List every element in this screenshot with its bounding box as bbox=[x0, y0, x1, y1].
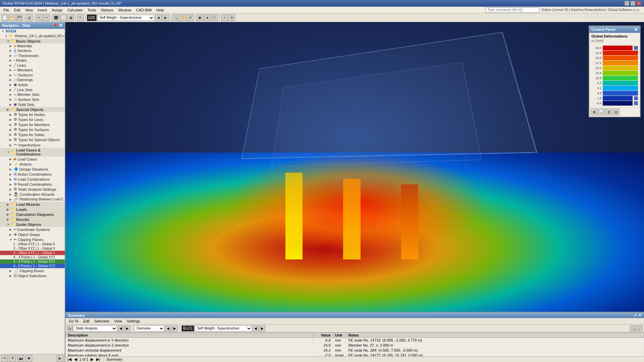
nav-actions[interactable]: ▶ ⚡ Actions bbox=[0, 162, 65, 167]
nav-record-btn[interactable]: ⏺ bbox=[25, 355, 32, 362]
summary-search-btn[interactable]: 🔎 bbox=[637, 325, 643, 331]
render-btn2[interactable]: ◈ bbox=[204, 14, 211, 21]
nav-members[interactable]: ▶ ═ Members bbox=[0, 68, 65, 72]
menu-cad-bim[interactable]: CAD-BIM bbox=[134, 7, 154, 13]
summary-prev-btn[interactable]: ◀ bbox=[118, 325, 124, 331]
summary-menu-goto[interactable]: Go To bbox=[67, 318, 80, 324]
summary-lc-select[interactable]: Self Weight - Superstructure bbox=[195, 325, 252, 331]
cp-chart-btn[interactable]: 📊 bbox=[598, 109, 605, 115]
nav-action-combinations[interactable]: ▶ ⊞ Action Combinations bbox=[0, 172, 65, 177]
nav-camera-btn[interactable]: 📷 bbox=[17, 355, 24, 362]
view-btn-2[interactable]: ⬜ bbox=[60, 14, 67, 21]
menu-file[interactable]: File bbox=[1, 7, 11, 13]
nav-guide-objects-header[interactable]: ▼ 📁 Guide Objects bbox=[0, 222, 65, 227]
menu-options[interactable]: Options bbox=[99, 7, 115, 13]
nav-types-lines[interactable]: ▶ ⚙ Types for Lines bbox=[0, 117, 65, 122]
snap-btn[interactable]: ⊕ bbox=[228, 14, 235, 21]
nav-clipping-plane-6[interactable]: 6 - 3 Points | 1 - Global XYZ bbox=[0, 264, 65, 268]
nav-eye-btn[interactable]: 👁 bbox=[9, 355, 16, 362]
menu-tools[interactable]: Tools bbox=[86, 7, 98, 13]
nav-member-sets[interactable]: ▶ ═ Member Sets bbox=[0, 92, 65, 97]
nav-basic-objects-header[interactable]: ▼ 📁 Basic Objects bbox=[0, 39, 65, 44]
nav-load-combinations[interactable]: ▶ ⊞ Load Combinations bbox=[0, 177, 65, 182]
render-btn[interactable]: ▣ bbox=[197, 14, 203, 21]
nav-types-solids[interactable]: ▶ ⚙ Types for Solids bbox=[0, 132, 65, 137]
summary-menu-view[interactable]: View bbox=[112, 318, 124, 324]
summary-ov-next-btn[interactable]: ▶ bbox=[172, 325, 178, 331]
menu-view[interactable]: View bbox=[23, 7, 35, 13]
menu-calculate[interactable]: Calculate bbox=[65, 7, 85, 13]
lc-next[interactable]: ▶ bbox=[162, 14, 169, 21]
summary-menu-edit[interactable]: Edit bbox=[81, 318, 92, 324]
pan-btn[interactable]: ✋ bbox=[179, 14, 186, 21]
undo-button[interactable]: ↩ bbox=[36, 14, 42, 21]
nav-expand-btn[interactable]: ▶ bbox=[57, 355, 63, 362]
zoom-btn[interactable]: 🔍 bbox=[172, 14, 179, 21]
nav-coordinate-systems[interactable]: ▶ ⌖ Coordinate Systems bbox=[0, 227, 65, 232]
summary-close-btn[interactable]: ✕ bbox=[638, 313, 641, 317]
nav-sections[interactable]: ▶ ╫ Sections bbox=[0, 48, 65, 53]
nav-surfaces[interactable]: ▶ ▭ Surfaces bbox=[0, 72, 65, 77]
menu-window[interactable]: Window bbox=[116, 7, 133, 13]
load-case-select[interactable]: Self Weight - Superstructure bbox=[97, 15, 154, 21]
nav-load-wizards-header[interactable]: ▶ 📁 Load Wizards bbox=[0, 202, 65, 207]
nav-object-selections[interactable]: ▶ ⊡ Object Selections bbox=[0, 273, 65, 278]
maximize-button[interactable]: □ bbox=[631, 1, 635, 6]
cp-settings-btn[interactable]: ⚙ bbox=[591, 109, 597, 115]
menu-help[interactable]: Help bbox=[154, 7, 166, 13]
view-btn-1[interactable]: ⬛ bbox=[53, 14, 59, 21]
nav-clipping-planes[interactable]: ▼ ✂ Clipping Planes bbox=[0, 237, 65, 242]
view-btn-3[interactable]: ▦ bbox=[67, 14, 74, 21]
nav-rfem-root[interactable]: ▼ RFEM bbox=[0, 29, 65, 34]
nav-types-surfaces[interactable]: ▶ ⚙ Types for Surfaces bbox=[0, 127, 65, 132]
nav-clipping-plane-3[interactable]: 3 - Offset XYZ | 1 - Global X bbox=[0, 251, 65, 255]
summary-prev-page-btn[interactable]: ◀ bbox=[73, 357, 78, 362]
nav-types-nodes[interactable]: ▶ ⚙ Types for Nodes bbox=[0, 112, 65, 117]
nav-clipping-plane-5[interactable]: 5 - 3 Points | 1 - Global XYZ bbox=[0, 259, 65, 264]
summary-analysis-select[interactable]: Static Analysis bbox=[73, 325, 117, 331]
nav-imperfections[interactable]: ▶ 〜 Imperfections bbox=[0, 142, 65, 148]
nav-thicknesses[interactable]: ▶ ▭ Thicknesses bbox=[0, 53, 65, 58]
close-button[interactable]: ✕ bbox=[637, 1, 641, 6]
nav-clipping-plane-2[interactable]: 2 - Offset XYZ | 1 - Global X bbox=[0, 246, 65, 251]
nav-lines[interactable]: ▶ ╱ Lines bbox=[0, 63, 65, 68]
nav-line-sets[interactable]: ▶ ╱ Line Sets bbox=[0, 87, 65, 92]
control-panel-close-button[interactable]: ✕ bbox=[634, 27, 638, 32]
menu-assign[interactable]: Assign bbox=[50, 7, 65, 13]
select-btn[interactable]: ↖ bbox=[77, 14, 84, 21]
summary-menu-selection[interactable]: Selection bbox=[92, 318, 111, 324]
nav-solid-sets[interactable]: ▶ ◼ Solid Sets bbox=[0, 102, 65, 107]
nav-project[interactable]: ▼ 📁 Webinar_GA-1_all-updated_NO-resul bbox=[0, 34, 65, 39]
lc-prev[interactable]: ◀ bbox=[155, 14, 162, 21]
nav-object-snaps[interactable]: ▶ ⊕ Object Snaps bbox=[0, 232, 65, 237]
minimize-button[interactable]: ─ bbox=[625, 1, 629, 6]
keyword-search-input[interactable] bbox=[486, 7, 539, 13]
cp-list-btn[interactable]: ☰ bbox=[605, 109, 612, 115]
print-button[interactable]: 🖨 bbox=[26, 14, 33, 21]
nav-results-header[interactable]: ▶ 📁 Results bbox=[0, 217, 65, 222]
nav-nodes[interactable]: ▶ • Nodes bbox=[0, 58, 65, 63]
summary-next-btn[interactable]: ▶ bbox=[124, 325, 130, 331]
summary-first-btn[interactable]: |◀ bbox=[67, 357, 72, 362]
summary-last-btn[interactable]: ▶| bbox=[96, 357, 101, 362]
nav-relationship-loads[interactable]: ▶ 🔗 Relationship Between Load C... bbox=[0, 197, 65, 202]
nav-types-members[interactable]: ▶ ⚙ Types for Members bbox=[0, 122, 65, 127]
nav-static-analysis[interactable]: ▶ ⚙ Static Analysis Settings bbox=[0, 187, 65, 192]
open-button[interactable]: 📂 bbox=[9, 14, 15, 21]
axes-btn[interactable]: ⌖ bbox=[221, 14, 228, 21]
save-button[interactable]: 💾 bbox=[16, 14, 23, 21]
cp-filter-btn[interactable]: ⊟ bbox=[613, 109, 620, 115]
summary-overview-select[interactable]: Overview bbox=[134, 325, 164, 331]
nav-openings[interactable]: ▶ □ Openings bbox=[0, 77, 65, 82]
render-btn3[interactable]: ⬡ bbox=[211, 14, 218, 21]
summary-ov-prev-btn[interactable]: ◀ bbox=[165, 325, 171, 331]
menu-edit[interactable]: Edit bbox=[12, 7, 22, 13]
nav-surface-sets[interactable]: ▶ ▭ Surface Sets bbox=[0, 97, 65, 102]
rotate-btn[interactable]: ↺ bbox=[187, 14, 194, 21]
nav-clipping-boxes[interactable]: ▶ ⬜ Clipping Boxes bbox=[0, 268, 65, 273]
nav-result-combinations[interactable]: ▶ ⊞ Result Combinations bbox=[0, 182, 65, 187]
menu-insert[interactable]: Insert bbox=[36, 7, 49, 13]
summary-next-page-btn[interactable]: ▶ bbox=[90, 357, 94, 362]
nav-calc-diagrams-header[interactable]: ▶ 📁 Calculation Diagrams bbox=[0, 212, 65, 217]
nav-types-special[interactable]: ▶ ⚙ Types for Special Objects bbox=[0, 137, 65, 142]
